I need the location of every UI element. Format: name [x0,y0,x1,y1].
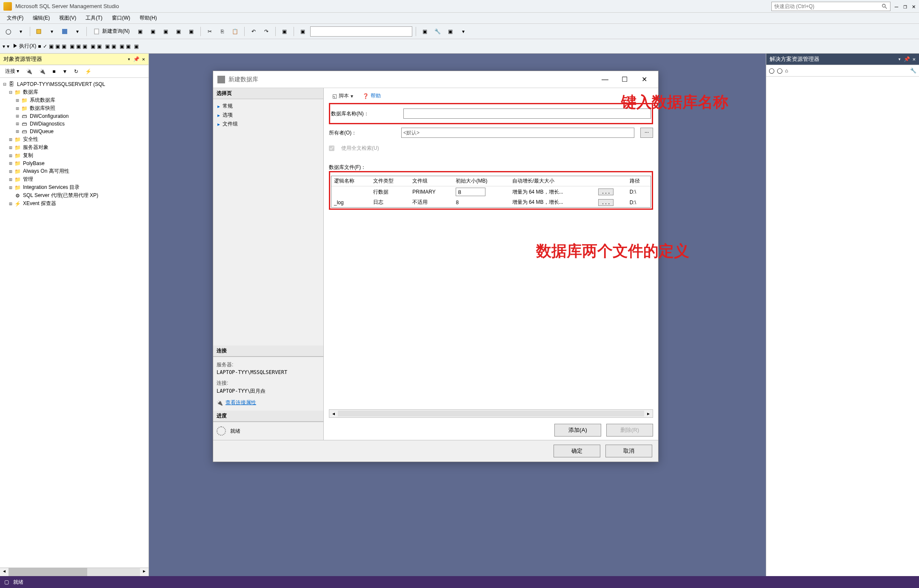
script-button[interactable]: ◱ 脚本 ▾ [329,91,357,100]
add-file-button[interactable]: 添加(A) [554,424,601,437]
redo-button[interactable]: ↷ [261,26,272,37]
table-row[interactable]: _log 日志 不适用 8 增量为 64 MB，增长... ... D:\ [331,197,651,207]
tb2-11[interactable]: ▣ [105,43,110,49]
page-filegroups[interactable]: ▸文件组 [216,120,321,128]
minimize-button[interactable]: — [895,3,898,10]
tree-alwayson[interactable]: ⊞📁Always On 高可用性 [2,167,147,175]
tb2-2[interactable]: ▾ [7,43,9,49]
tb2-15[interactable]: ▣ [134,43,139,49]
tb2-9[interactable]: ▣ [91,43,95,49]
dialog-titlebar[interactable]: 新建数据库 — ☐ ✕ [213,71,658,88]
tree-server[interactable]: ⊟🗄LAPTOP-TYY\MSSQLSERVERT (SQL [2,80,147,88]
tree-integration[interactable]: ⊞📁Integration Services 目录 [2,183,147,191]
col-autogrow[interactable]: 自动增长/最大大小 [510,176,596,186]
tb-btn-2[interactable]: ▣ [148,26,159,37]
oe-tb-3[interactable]: ■ [50,68,58,75]
paste-button[interactable]: 📋 [230,26,241,37]
tree-agent[interactable]: ⚙SQL Server 代理(已禁用代理 XP) [2,191,147,200]
db-selector[interactable] [310,26,412,37]
save-all-button[interactable]: ▾ [72,26,83,37]
se-wrench-icon[interactable]: 🔧 [910,68,916,74]
tb-btn-3[interactable]: ▣ [160,26,171,37]
new-project-button[interactable] [34,26,45,37]
panel-dropdown-icon[interactable]: ▾ [128,56,131,62]
execute-button[interactable]: ▶ 执行(X) [13,43,36,50]
tb2-12[interactable]: ▣ [111,43,116,49]
se-close-icon[interactable]: ✕ [913,56,916,62]
page-options[interactable]: ▸选项 [216,111,321,120]
tb-btn-11[interactable]: ▾ [458,26,469,37]
oe-tb-refresh[interactable]: ↻ [71,68,81,75]
tree-sysdb[interactable]: ⊞📁系统数据库 [2,96,147,104]
parse-button[interactable]: ✓ [43,43,47,49]
se-back-icon[interactable]: ◯ [769,68,774,74]
autogrow-btn-0[interactable]: ... [598,188,614,195]
tree-dwqueue[interactable]: ⊞🗃DWQueue [2,128,147,135]
dialog-maximize[interactable]: ☐ [615,73,634,86]
tb2-5[interactable]: ▣ [62,43,66,49]
new-query-button[interactable]: 新建查询(N) [90,26,133,37]
tb2-14[interactable]: ▣ [126,43,131,49]
oe-tb-5[interactable]: ⚡ [83,68,94,75]
menu-file[interactable]: 文件(F) [3,13,28,23]
tree-server-objects[interactable]: ⊞📁服务器对象 [2,143,147,151]
nav-back-button[interactable]: ◯ [3,26,14,37]
menu-window[interactable]: 窗口(W) [108,13,134,23]
tree-polybase[interactable]: ⊞📁PolyBase [2,160,147,167]
open-button[interactable]: ▾ [46,26,57,37]
table-hscroll[interactable]: ◂▸ [329,409,653,418]
undo-button[interactable]: ↶ [248,26,259,37]
tb-btn-4[interactable]: ▣ [173,26,184,37]
tb-btn-9[interactable]: 🔧 [432,26,443,37]
table-row[interactable]: 行数据 PRIMARY 增量为 64 MB，增长... ... D:\ [331,186,651,198]
close-button[interactable]: ✕ [912,3,916,10]
tb2-1[interactable]: ▾ [3,43,5,49]
se-home-icon[interactable]: ⌂ [785,68,788,74]
tb-btn-6[interactable]: ▣ [279,26,290,37]
tb-btn-5[interactable]: ▣ [186,26,197,37]
col-initsize[interactable]: 初始大小(MB) [453,176,509,186]
col-filegroup[interactable]: 文件组 [410,176,453,186]
tb2-3[interactable]: ▣ [49,43,54,49]
menu-edit[interactable]: 编辑(E) [29,13,54,23]
save-button[interactable] [59,26,70,37]
quick-launch-box[interactable] [771,2,890,11]
cancel-button[interactable]: 取消 [605,445,652,457]
se-pin-icon[interactable]: 📌 [904,56,910,62]
tb-btn-10[interactable]: ▣ [445,26,456,37]
tree-xevent[interactable]: ⊞⚡XEvent 探查器 [2,200,147,208]
tb2-10[interactable]: ▣ [97,43,102,49]
tree-snapshot[interactable]: ⊞📁数据库快照 [2,104,147,112]
panel-close-icon[interactable]: ✕ [142,56,145,62]
maximize-button[interactable]: ❐ [903,3,907,10]
stop-button[interactable]: ■ [38,43,41,49]
tb2-13[interactable]: ▣ [120,43,124,49]
owner-browse-button[interactable]: ... [640,128,653,138]
oe-tb-filter[interactable]: ▼ [60,68,70,75]
col-path[interactable]: 路径 [627,176,651,186]
oe-tb-2[interactable]: 🔌 [37,68,48,75]
se-fwd-icon[interactable]: ◯ [777,68,782,74]
tb2-6[interactable]: ▣ [70,43,74,49]
initsize-input-0[interactable] [456,188,485,196]
tb-btn-7[interactable]: ▣ [297,26,308,37]
connect-button[interactable]: 连接 ▾ [3,67,22,76]
oe-tb-1[interactable]: 🔌 [23,68,35,75]
menu-help[interactable]: 帮助(H) [135,13,161,23]
db-name-input[interactable] [403,108,651,119]
cut-button[interactable]: ✂ [204,26,215,37]
tb2-8[interactable]: ▣ [83,43,87,49]
panel-pin-icon[interactable]: 📌 [133,56,140,62]
tree-dwconfig[interactable]: ⊞🗃DWConfiguration [2,112,147,120]
page-general[interactable]: ▸常规 [216,102,321,111]
help-button[interactable]: ❓ 帮助 [359,91,384,100]
tree-replication[interactable]: ⊞📁复制 [2,151,147,160]
autogrow-btn-1[interactable]: ... [598,199,614,206]
dialog-minimize[interactable]: — [595,73,615,86]
ok-button[interactable]: 确定 [554,445,600,457]
tree-databases[interactable]: ⊟📁数据库 [2,88,147,96]
owner-dropdown[interactable]: <默认> [401,128,634,138]
view-conn-props-link[interactable]: 查看连接属性 [225,399,256,406]
tb-btn-1[interactable]: ▣ [135,26,146,37]
copy-button[interactable]: ⎘ [217,26,228,37]
